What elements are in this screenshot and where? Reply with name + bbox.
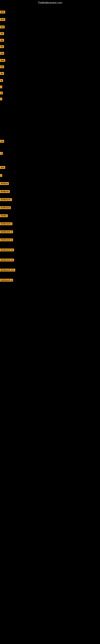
badge-label-29: Bottleneck resu: [0, 269, 15, 272]
badge-label-8: Bott: [0, 59, 5, 62]
badge-label-30: Bottleneck re: [0, 279, 13, 282]
badge-label-9: Bo: [0, 66, 4, 68]
badge-label-7: Bo: [0, 52, 4, 55]
badge-label-18: |: [0, 174, 2, 177]
badge-label-23: Bottlen: [0, 214, 8, 217]
badge-label-21: Bottleneck r: [0, 198, 12, 201]
badge-label-5: Bo: [0, 39, 4, 42]
badge-label-22: Bottleneck: [0, 206, 11, 209]
badge-label-25: Bottleneck re: [0, 230, 13, 233]
badge-label-11: B: [0, 79, 3, 82]
badge-label-27: Bottleneck res: [0, 248, 14, 251]
badge-label-3: Bot: [0, 26, 4, 28]
badges-container: BottBottBotBoBoBoBoBottBoBoB|E|BoSBott|B…: [0, 5, 100, 644]
badge-label-20: Bottlenec: [0, 190, 10, 193]
site-title-container: TheBottlenecker.com: [0, 0, 100, 5]
badge-label-15: Bo: [0, 140, 4, 143]
badge-label-26: Bottleneck re: [0, 238, 13, 241]
site-title: TheBottlenecker.com: [0, 0, 100, 5]
badge-label-24: Bottleneck e: [0, 222, 12, 225]
badge-label-6: Bo: [0, 45, 4, 48]
badge-label-4: Bo: [0, 32, 4, 35]
badge-label-16: S: [0, 152, 3, 155]
badge-label-28: Bottleneck res: [0, 258, 14, 262]
badge-label-17: Bott: [0, 166, 5, 169]
badge-label-2: Bott: [0, 18, 5, 21]
badge-label-13: E: [0, 92, 3, 94]
badge-label-14: |: [0, 98, 2, 100]
badge-label-19: Bottlene: [0, 182, 9, 185]
badge-label-10: Bo: [0, 72, 4, 75]
badge-label-12: |: [0, 86, 2, 88]
badge-label-1: Bott: [0, 11, 5, 14]
